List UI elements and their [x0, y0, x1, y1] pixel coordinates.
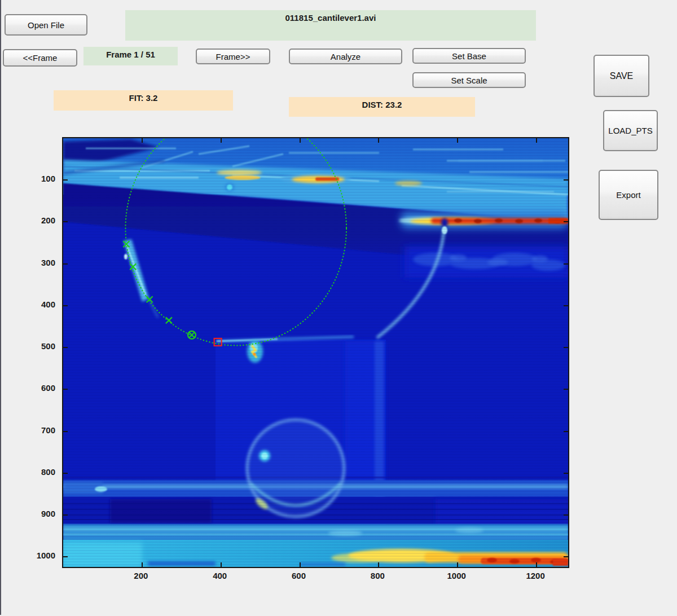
- y-tick-label: 700: [21, 425, 55, 435]
- export-button[interactable]: Export: [599, 170, 658, 220]
- y-tick-label: 900: [21, 509, 55, 519]
- y-axis-tick: [564, 263, 568, 265]
- y-axis-tick: [63, 473, 68, 474]
- y-axis-tick: [564, 514, 568, 516]
- open-file-label: Open File: [28, 20, 64, 30]
- prev-frame-label: <<Frame: [23, 53, 58, 63]
- save-label: SAVE: [610, 71, 634, 81]
- filename-display: 011815_cantilever1.avi: [125, 10, 536, 41]
- x-axis-tick: [536, 562, 537, 567]
- prev-frame-button[interactable]: <<Frame: [3, 49, 77, 67]
- y-axis-tick: [564, 389, 568, 390]
- y-tick-label: 600: [21, 383, 55, 393]
- y-tick-label: 200: [21, 215, 55, 226]
- y-tick-label: 1000: [21, 551, 55, 561]
- cantilever-analyzer-window: Open File 011815_cantilever1.avi <<Frame…: [0, 0, 677, 616]
- x-axis-tick: [221, 562, 222, 567]
- x-tick-label: 1000: [437, 571, 476, 580]
- save-button[interactable]: SAVE: [594, 55, 649, 97]
- analyze-button[interactable]: Analyze: [289, 49, 402, 64]
- y-axis-tick: [63, 431, 68, 432]
- y-axis-tick: [564, 347, 568, 348]
- open-file-button[interactable]: Open File: [5, 14, 87, 36]
- fit-readout: FIT: 3.2: [54, 90, 233, 111]
- x-axis-tick: [378, 138, 379, 143]
- x-tick-label: 800: [358, 571, 397, 580]
- y-axis-tick: [63, 263, 68, 265]
- y-axis-tick: [63, 305, 68, 306]
- x-axis-tick: [142, 138, 143, 143]
- y-tick-label: 400: [21, 300, 55, 310]
- export-label: Export: [616, 190, 640, 200]
- window-left-edge: [0, 0, 1, 615]
- load-pts-button[interactable]: LOAD_PTS: [603, 110, 658, 151]
- set-base-label: Set Base: [452, 51, 486, 61]
- set-scale-button[interactable]: Set Scale: [412, 72, 526, 88]
- y-axis-tick: [63, 347, 68, 348]
- y-tick-label: 800: [21, 467, 55, 477]
- y-axis-tick: [63, 556, 68, 557]
- x-axis-tick: [457, 138, 458, 143]
- y-axis-tick: [63, 179, 68, 181]
- dist-readout-text: DIST: 23.2: [362, 100, 402, 109]
- x-tick-label: 600: [279, 571, 319, 580]
- y-axis-tick: [564, 305, 568, 306]
- y-axis-tick: [564, 179, 568, 181]
- y-axis-tick: [564, 221, 568, 222]
- filename-text: 011815_cantilever1.avi: [285, 13, 376, 23]
- y-axis-tick: [63, 514, 68, 516]
- frame-counter-text: Frame 1 / 51: [106, 50, 155, 59]
- set-base-button[interactable]: Set Base: [412, 48, 526, 64]
- y-tick-label: 300: [21, 258, 55, 268]
- heatmap-frame-image: [63, 138, 568, 567]
- set-scale-label: Set Scale: [451, 76, 487, 85]
- y-axis-tick: [564, 473, 568, 474]
- next-frame-label: Frame>>: [216, 52, 250, 61]
- x-tick-label: 200: [121, 571, 161, 580]
- analyze-label: Analyze: [331, 52, 361, 61]
- x-axis-tick: [378, 562, 379, 567]
- x-axis-tick: [300, 562, 301, 567]
- x-axis-tick: [536, 138, 537, 143]
- x-axis-tick: [457, 562, 458, 567]
- y-axis-tick: [564, 431, 568, 432]
- frame-counter: Frame 1 / 51: [83, 47, 178, 65]
- y-tick-label: 500: [21, 341, 55, 351]
- x-tick-label: 1200: [516, 571, 555, 580]
- y-tick-label: 100: [21, 174, 55, 184]
- y-axis-tick: [63, 221, 68, 222]
- video-frame-axes[interactable]: [62, 137, 569, 568]
- y-axis-tick: [564, 556, 568, 557]
- x-axis-tick: [300, 138, 301, 143]
- fit-readout-text: FIT: 3.2: [129, 93, 158, 103]
- x-axis-tick: [221, 138, 222, 143]
- next-frame-button[interactable]: Frame>>: [196, 49, 270, 64]
- dist-readout: DIST: 23.2: [289, 97, 475, 117]
- x-axis-tick: [142, 562, 143, 567]
- load-pts-label: LOAD_PTS: [608, 126, 652, 135]
- y-axis-tick: [63, 389, 68, 390]
- x-tick-label: 400: [200, 571, 240, 580]
